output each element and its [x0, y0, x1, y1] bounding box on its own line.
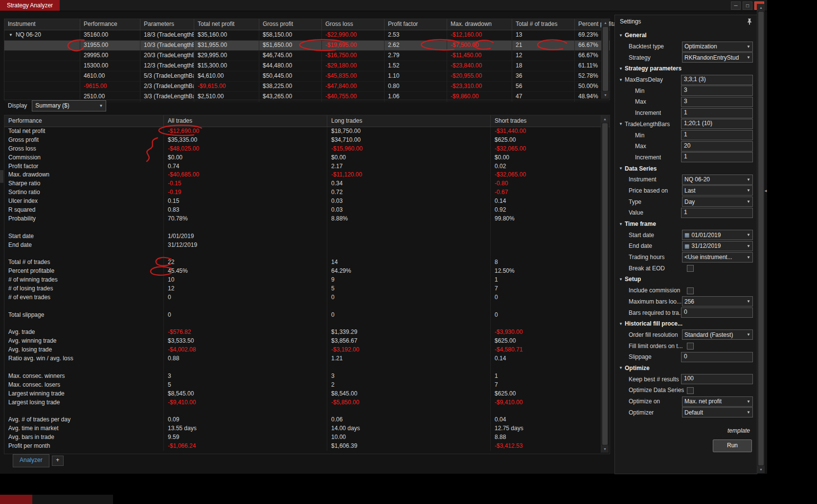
select-strategy[interactable]: RKRandonEntryStud▼	[682, 52, 753, 63]
setting-time-frame: ▼Time frame	[615, 219, 757, 230]
column-header-total-net-profit[interactable]: Total net profit	[194, 19, 259, 30]
column-header-instrument[interactable]: Instrument	[4, 19, 80, 30]
setting-strategy-parameters: ▼Strategy parameters	[615, 63, 757, 74]
checkbox-optimize-data-series[interactable]	[687, 387, 694, 394]
scroll-down-icon[interactable]: ▼	[602, 91, 609, 99]
perf-column-header-performance[interactable]: Performance	[4, 115, 164, 127]
tab-analyzer[interactable]: Analyzer	[13, 454, 49, 467]
perf-row-sharpe-ratio: Sharpe ratio-0.150.34-0.80	[4, 179, 610, 188]
input-min[interactable]: 1	[681, 130, 753, 140]
input-max[interactable]: 20	[681, 141, 753, 152]
scroll-up-icon[interactable]: ▲	[602, 19, 609, 26]
display-select[interactable]: Summary ($) ▼	[32, 100, 106, 111]
collapse-triangle-icon[interactable]: ▼	[619, 222, 625, 226]
select-start-date[interactable]: ▦01/01/2019▼	[682, 230, 753, 240]
collapse-triangle-icon[interactable]: ▼	[619, 33, 625, 38]
results-row[interactable]: -9615.002/3 (TradeLengthBars-$9,615.00$3…	[4, 82, 610, 92]
perf-row-percent-profitable: Percent profitable45.45%64.29%12.50%	[4, 267, 610, 276]
maximize-button[interactable]: □	[743, 1, 752, 10]
results-grid-scrollbar[interactable]: ▲ ▼	[601, 19, 609, 99]
scrollbar-thumb[interactable]	[603, 27, 608, 91]
column-header-gross-profit[interactable]: Gross profit	[259, 19, 322, 30]
scroll-down-icon[interactable]: ▼	[757, 466, 765, 473]
chevron-down-icon: ▼	[747, 177, 750, 182]
input-maxbarsdelay[interactable]: 3;3;1 (3)	[681, 75, 753, 85]
collapse-triangle-icon[interactable]: ▼	[619, 122, 625, 126]
select-price-based-on[interactable]: Last▼	[682, 185, 753, 196]
panel-splitter-notch[interactable]	[0, 170, 3, 183]
collapse-triangle-icon[interactable]: ▼	[619, 366, 625, 370]
select-type[interactable]: Day▼	[682, 197, 753, 207]
select-trading-hours[interactable]: <Use instrument...▼	[682, 252, 753, 263]
select-end-date[interactable]: ▦31/12/2019▼	[682, 241, 753, 251]
template-link[interactable]: template	[727, 427, 750, 434]
select-optimize-on[interactable]: Max. net profit▼	[682, 396, 753, 407]
checkbox-include-commission[interactable]	[687, 287, 694, 294]
results-row[interactable]: 4610.005/3 (TradeLengthBars$4,610.00$50,…	[4, 71, 610, 82]
select-instrument[interactable]: NQ 06-20▼	[682, 175, 753, 185]
scroll-down-icon[interactable]: ▼	[601, 445, 609, 453]
column-header-gross-loss[interactable]: Gross loss	[322, 19, 385, 30]
run-button[interactable]: Run	[713, 439, 752, 452]
perf-row-avg-time-in-market: Avg. time in market13.55 days14.00 days1…	[4, 424, 610, 433]
perf-column-header-short-trades[interactable]: Short trades	[491, 115, 618, 127]
minimize-button[interactable]: ─	[731, 1, 741, 10]
select-backtest-type[interactable]: Optimization▼	[682, 42, 753, 52]
results-row[interactable]: 29995.0020/3 (TradeLengthBar$29,995.00$4…	[4, 51, 610, 61]
perf-column-header-all-trades[interactable]: All trades	[164, 115, 327, 127]
background-window-fragment	[0, 495, 32, 504]
input-increment[interactable]: 1	[681, 108, 753, 118]
chevron-down-icon: ▼	[747, 410, 750, 415]
collapse-triangle-icon[interactable]: ▼	[619, 166, 625, 171]
panel-collapse-arrow-icon[interactable]: ◄	[764, 187, 768, 196]
results-row[interactable]: ▼NQ 06-2035160.0018/3 (TradeLengthBar$35…	[4, 30, 610, 41]
perf-row-gross-loss: Gross loss-$48,025.00-$15,960.00-$32,065…	[4, 145, 610, 153]
checkbox-fill-limit-orders-on-t[interactable]	[687, 343, 694, 350]
collapse-triangle-icon[interactable]: ▼	[619, 66, 625, 71]
perf-column-header-long-trades[interactable]: Long trades	[327, 115, 491, 127]
pin-icon[interactable]	[747, 18, 752, 26]
collapse-triangle-icon[interactable]: ▼	[619, 277, 625, 282]
input-bars-required-to-tra[interactable]: 0	[681, 307, 753, 318]
setting-include-commission: Include commission	[615, 285, 757, 296]
column-header-total-of-trades[interactable]: Total # of trades	[512, 19, 575, 30]
add-tab-button[interactable]: +	[52, 456, 64, 466]
select-optimizer[interactable]: Default▼	[682, 407, 753, 417]
column-header-performance[interactable]: Performance	[80, 19, 140, 30]
select-maximum-bars-loo[interactable]: 256▼	[682, 296, 753, 307]
settings-scrollbar[interactable]: ▲ ▼	[757, 4, 765, 473]
perf-row-avg-trade: Avg. trade-$576.82$1,339.29-$3,930.00	[4, 328, 610, 337]
setting-increment: Increment1	[615, 152, 757, 163]
results-row[interactable]: 15300.0012/3 (TradeLengthBar$15,300.00$4…	[4, 61, 610, 71]
input-max[interactable]: 3	[681, 97, 753, 107]
input-keep-best-results[interactable]: 100	[681, 374, 753, 384]
column-header-profit-factor[interactable]: Profit factor	[385, 19, 447, 30]
collapse-triangle-icon[interactable]: ▼	[619, 322, 625, 326]
perf-row-profit-per-month: Profit per month-$1,066.24$1,606.39-$3,4…	[4, 442, 610, 451]
column-header-max-drawdown[interactable]: Max. drawdown	[447, 19, 512, 30]
input-min[interactable]: 3	[681, 86, 753, 96]
perf-row-r-squared: R squared0.830.030.92	[4, 206, 610, 215]
input-tradelengthbars[interactable]: 1;20;1 (10)	[681, 119, 753, 129]
settings-title: Settings	[615, 15, 757, 28]
scrollbar-thumb[interactable]	[758, 12, 764, 465]
checkbox-break-at-eod[interactable]	[687, 265, 694, 272]
input-value[interactable]: 1	[681, 208, 753, 218]
select-order-fill-resolution[interactable]: Standard (Fastest)▼	[682, 329, 753, 340]
scrollbar-thumb[interactable]	[602, 123, 608, 445]
perf-row-cell	[4, 223, 610, 232]
perf-row-total-slippage: Total slippage000	[4, 311, 610, 320]
results-row[interactable]: 31955.0010/3 (TradeLengthBar$31,955.00$5…	[4, 41, 610, 51]
scroll-up-icon[interactable]: ▲	[757, 4, 765, 11]
scroll-up-icon[interactable]: ▲	[601, 115, 609, 123]
performance-table-body: Total net profit-$12,690.00$18,750.00-$3…	[4, 127, 610, 451]
perf-row-avg-winning-trade: Avg. winning trade$3,533.50$3,856.67$625…	[4, 337, 610, 346]
results-grid-body: ▼NQ 06-2035160.0018/3 (TradeLengthBar$35…	[4, 30, 610, 102]
column-header-parameters[interactable]: Parameters	[140, 19, 194, 30]
input-increment[interactable]: 1	[681, 152, 753, 162]
performance-table-scrollbar[interactable]: ▲ ▼	[601, 115, 609, 453]
expand-collapse-icon[interactable]: ▼	[9, 30, 13, 40]
setting-general: ▼General	[615, 30, 757, 41]
collapse-triangle-icon[interactable]: ▼	[619, 78, 625, 82]
input-slippage[interactable]: 0	[681, 352, 753, 362]
